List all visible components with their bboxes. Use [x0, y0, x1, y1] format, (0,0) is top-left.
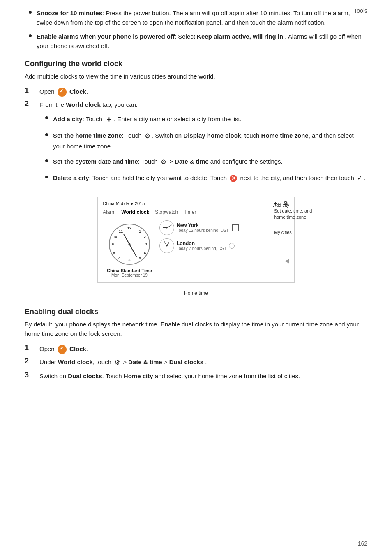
sub-text3: , touch: [241, 132, 261, 139]
section2-step2: 2 Under World clock, touch ⚙ > Date & ti…: [25, 357, 367, 368]
step-text: Switch on: [39, 372, 68, 379]
diagram-container: China Mobile ● 2015 + ⚙ Add city Alarm W…: [73, 197, 319, 283]
step-text-after: .: [86, 88, 88, 95]
app-label: Clock: [69, 345, 86, 352]
sub-bullet-list: Add a city: Touch ＋. Enter a city name o…: [44, 114, 367, 183]
home-city-bold: Home city: [124, 372, 153, 379]
cn-3: 3: [145, 242, 147, 246]
sub-bold2: Display home clock: [183, 132, 241, 139]
section2-intro: By default, your phone displays the netw…: [25, 319, 367, 339]
sub-text: : Touch: [83, 115, 104, 122]
city-info-london: London Today 7 hours behind, DST: [177, 240, 226, 251]
cn-2: 2: [144, 235, 146, 239]
diag-left: 12 1 2 3 4 5 6 7 8 9 10 11: [103, 220, 156, 278]
diag-body: 12 1 2 3 4 5 6 7 8 9 10 11: [103, 220, 289, 278]
bullet-dot: [45, 116, 48, 119]
city-name-london: London: [177, 240, 226, 246]
mini-clock-newyork: [159, 220, 174, 235]
section2-step1: 1 Open Clock.: [25, 344, 367, 354]
sub-text2: >: [168, 158, 175, 165]
step1: 1 Open Clock.: [25, 87, 367, 97]
step-number: 1: [25, 86, 39, 95]
bullet-content: Add a city: Touch ＋. Enter a city name o…: [53, 114, 367, 125]
step-text: From the: [39, 101, 66, 108]
scroll-indicator: ◀: [159, 257, 289, 264]
date-time-bold: Date & time: [128, 358, 162, 365]
callout-my-cities: My cities: [274, 229, 319, 236]
bullet-content: Enable alarms when your phone is powered…: [37, 32, 367, 51]
sub-text2: . Enter a city name or select a city fro…: [114, 115, 242, 122]
tab-timer[interactable]: Timer: [184, 209, 196, 215]
dual-clocks-bold: Dual clocks: [169, 358, 203, 365]
bullet-label: Snooze for 10 minutes: [37, 9, 102, 16]
top-bullet-list: Snooze for 10 minutes: Press the power b…: [25, 8, 367, 51]
section1-intro: Add multiple clocks to view the time in …: [25, 72, 367, 81]
list-item: Enable alarms when your phone is powered…: [25, 32, 367, 51]
step-number: 2: [25, 99, 39, 108]
sub-text: : Touch: [122, 132, 143, 139]
tab-alarm[interactable]: Alarm: [103, 209, 115, 215]
bullet-content: Delete a city: Touch and hold the city y…: [53, 173, 367, 183]
step-content: Switch on Dual clocks. Touch Home city a…: [39, 371, 367, 381]
mini-clock-london: [159, 238, 174, 253]
sub-bold3: Home time zone: [261, 132, 309, 139]
sub-text3: and configure the settings.: [209, 158, 283, 165]
gear-icon: ⚙: [161, 157, 166, 167]
mini-minute-hand: [167, 225, 172, 228]
bullet-dot: [29, 34, 32, 37]
list-item: Delete a city: Touch and hold the city y…: [44, 173, 367, 183]
step-text2: . Touch: [102, 372, 124, 379]
mini-dot: [166, 227, 168, 228]
list-item: Snooze for 10 minutes: Press the power b…: [25, 8, 367, 28]
sub-label: Delete a city: [53, 174, 89, 181]
step-text-before: Open: [39, 345, 56, 352]
circle-icon-london: [229, 243, 235, 249]
step2: 2 From the World clock tab, you can: Add…: [25, 100, 367, 189]
cn-4: 4: [144, 251, 146, 255]
sub-text2: . Switch on: [152, 132, 184, 139]
gear-icon: ⚙: [114, 358, 120, 368]
step-text2: tab, you can:: [101, 101, 138, 108]
bullet-content: Set the home time zone: Touch ⚙. Switch …: [53, 131, 367, 151]
cn-11: 11: [119, 229, 123, 234]
bullet-content: Snooze for 10 minutes: Press the power b…: [37, 8, 367, 28]
step-text3: >: [121, 358, 128, 365]
bullet-text: : Select: [175, 33, 197, 40]
world-clock-bold: World clock: [66, 101, 101, 108]
bullet-dot: [29, 11, 32, 14]
bullet-dot: [45, 176, 48, 178]
carrier-label: China Mobile ●: [103, 201, 133, 206]
analog-clock: 12 1 2 3 4 5 6 7 8 9 10 11: [109, 224, 150, 265]
step-text: Under: [39, 358, 58, 365]
sub-label: Add a city: [53, 115, 83, 122]
cn-8: 8: [113, 251, 115, 255]
city-info-newyork: New York Today 12 hours behind, DST: [177, 222, 229, 233]
app-label: Clock: [69, 88, 86, 95]
tools-label: Tools: [354, 7, 367, 14]
bullet-dot: [45, 159, 48, 162]
list-item: Add a city: Touch ＋. Enter a city name o…: [44, 114, 367, 125]
clock-label: China Standard Time: [103, 268, 156, 273]
bullet-bold2: Keep alarm active, will ring in: [197, 33, 283, 40]
sub-text3: .: [364, 174, 365, 181]
diag-right: New York Today 12 hours behind, DST Lond…: [159, 220, 289, 278]
cn-9: 9: [112, 242, 114, 246]
step-content: Open Clock.: [39, 344, 367, 354]
tab-world-clock[interactable]: World clock: [121, 209, 149, 215]
sub-text: : Touch: [138, 158, 159, 165]
tab-stopwatch[interactable]: Stopwatch: [155, 209, 178, 215]
diagram: China Mobile ● 2015 + ⚙ Add city Alarm W…: [97, 197, 295, 283]
time-status: 2015: [135, 201, 145, 206]
clock-date: Mon, September 19: [103, 273, 156, 278]
bullet-dot: [45, 133, 48, 136]
step-content: Open Clock.: [39, 87, 367, 97]
section2-step3: 3 Switch on Dual clocks. Touch Home city…: [25, 371, 367, 381]
step-number: 3: [25, 371, 39, 379]
step-number: 2: [25, 357, 39, 365]
step-number: 1: [25, 344, 39, 352]
cn-5: 5: [139, 256, 141, 260]
checkbox-newyork: [232, 224, 239, 231]
sub-label: Set the home time zone: [53, 132, 122, 139]
list-item: Set the system date and time: Touch ⚙ > …: [44, 157, 367, 167]
clock-app-icon: [58, 88, 67, 97]
